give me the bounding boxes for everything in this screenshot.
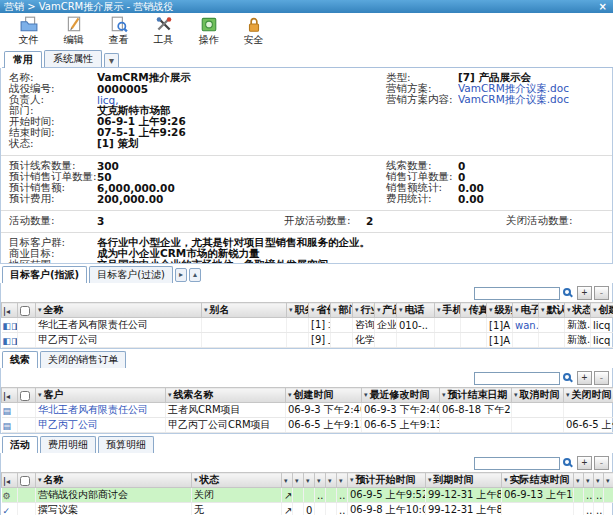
column-header-取消时间[interactable]: ▾取消时间 xyxy=(512,388,564,403)
column-header-线索名称[interactable]: ▾线索名称 xyxy=(166,388,286,403)
toolbar-item-label: 编辑 xyxy=(64,34,84,45)
column-header-创建[interactable]: ▾创建 xyxy=(591,303,613,318)
column-label: 职务 xyxy=(295,304,309,315)
search-input[interactable] xyxy=(474,372,560,385)
column-header-blank[interactable]: ▾ xyxy=(574,473,584,488)
column-header-名称[interactable]: ▾名称 xyxy=(36,473,192,488)
column-header-全称[interactable]: ▾全称 xyxy=(36,303,202,318)
toolbar-view-button[interactable]: 查看 xyxy=(96,16,141,47)
field-value-est-cost: 200,000.00 xyxy=(97,193,386,205)
column-header-blank[interactable]: ▾ xyxy=(337,473,348,488)
table-cell: [1] 北.. xyxy=(309,318,331,333)
remove-record-button[interactable]: - xyxy=(594,286,609,300)
column-header-blank[interactable]: ▾ xyxy=(315,473,326,488)
search-input[interactable] xyxy=(474,457,560,470)
cell-link[interactable]: wan.. xyxy=(515,320,539,331)
table-row[interactable]: ⚙营销战役内部商讨会关闭↗....06-9-5 上午9:5299-12-31 上… xyxy=(2,488,613,503)
column-header-预计结束日期[interactable]: ▾预计结束日期 xyxy=(440,388,512,403)
column-header-手机[interactable]: ▾手机 xyxy=(435,303,461,318)
column-header-blank[interactable]: ▾ xyxy=(293,473,304,488)
column-header-产品[interactable]: ▾产品 xyxy=(375,303,397,318)
plan-content-link[interactable]: VamCRM推介议案.doc xyxy=(458,93,569,105)
column-header-默认[interactable]: ▾默认 xyxy=(539,303,565,318)
toolbar-file-button[interactable]: 文件 xyxy=(6,16,51,47)
table-row[interactable]: ▤甲乙丙丁公司甲乙丙丁公司CRM项目06-6-5 上午9:1306-6-5 上午… xyxy=(2,418,613,433)
cell-link[interactable]: 甲乙丙丁公司 xyxy=(38,419,98,430)
account-detail-icon[interactable]: ◨ xyxy=(11,322,17,331)
add-record-button[interactable]: + xyxy=(577,286,592,300)
column-header-最近修改时间[interactable]: ▾最近修改时间 xyxy=(362,388,440,403)
tab-target-customers-filtered[interactable]: 目标客户(过滤) xyxy=(89,266,173,283)
toolbar-security-button[interactable]: 安全 xyxy=(231,16,276,47)
column-header-别名[interactable]: ▾别名 xyxy=(202,303,287,318)
tab-leads[interactable]: 线索 xyxy=(2,351,38,368)
select-all-records-icon[interactable]: |◂ xyxy=(2,303,18,318)
add-record-button[interactable]: + xyxy=(577,371,592,385)
account-record-icon[interactable]: ◧ xyxy=(3,322,12,331)
column-header-部门[interactable]: ▾部门 xyxy=(331,303,353,318)
add-record-button[interactable]: + xyxy=(577,456,592,470)
column-header-级别[interactable]: ▾级别 xyxy=(487,303,513,318)
collapse-section-button[interactable]: ▴ xyxy=(189,268,201,282)
tab-common[interactable]: 常用 xyxy=(4,51,42,68)
column-header-实际结束时间[interactable]: ▾实际结束时间 xyxy=(502,473,574,488)
column-header-预计开始时间[interactable]: ▾预计开始时间 xyxy=(348,473,426,488)
search-icon[interactable] xyxy=(563,458,571,466)
lead-record-icon[interactable]: ▤ xyxy=(3,422,12,431)
task-activity-icon[interactable]: ✓ xyxy=(3,507,11,515)
remove-record-button[interactable]: - xyxy=(594,371,609,385)
select-all-records-icon[interactable]: |◂ xyxy=(2,388,18,403)
toolbar-actions-button[interactable]: 操作 xyxy=(186,16,231,47)
tab-closed-sales-orders[interactable]: 关闭的销售订单 xyxy=(40,351,126,368)
divider xyxy=(1,210,612,211)
column-label: 别名 xyxy=(210,304,230,315)
column-header-传真[interactable]: ▾传真 xyxy=(461,303,487,318)
column-header-blank[interactable]: ▾ xyxy=(282,473,293,488)
column-header-电子[interactable]: ▾电子 xyxy=(513,303,539,318)
remove-record-button[interactable]: - xyxy=(594,456,609,470)
toolbar-tools-button[interactable]: 工具 xyxy=(141,16,186,47)
column-header-职务[interactable]: ▾职务 xyxy=(287,303,309,318)
table-row[interactable]: ▤华北王者风有限责任公司王者风CRM项目06-9-3 下午2:4006-9-3 … xyxy=(2,403,613,418)
meeting-activity-icon[interactable]: ⚙ xyxy=(3,492,11,501)
search-icon[interactable] xyxy=(563,288,571,296)
search-input[interactable] xyxy=(474,287,560,300)
select-all-checkbox[interactable] xyxy=(20,476,30,486)
column-header-到期时间[interactable]: ▾到期时间 xyxy=(426,473,502,488)
column-header-blank[interactable]: ▾ xyxy=(326,473,337,488)
column-header-电话[interactable]: ▾电话 xyxy=(397,303,435,318)
column-header-创建时间[interactable]: ▾创建时间 xyxy=(286,388,362,403)
column-header-状态[interactable]: ▾状态 xyxy=(192,473,282,488)
column-header-blank[interactable]: ▾ xyxy=(604,473,613,488)
select-all-records-icon[interactable]: |◂ xyxy=(2,473,18,488)
tab-system-properties[interactable]: 系统属性 xyxy=(44,50,102,67)
table-row[interactable]: ◧◨甲乙丙丁公司[9] 上..化学[1]A (..新激..licq xyxy=(2,333,613,348)
lead-record-icon[interactable]: ▤ xyxy=(3,407,12,416)
column-header-状态[interactable]: ▾状态 xyxy=(565,303,591,318)
sort-icon: ▾ xyxy=(586,477,590,485)
table-row[interactable]: ◧◨华北王者风有限责任公司[1] 北..咨询企业..010-..[1]A (..… xyxy=(2,318,613,333)
close-icon[interactable]: × xyxy=(597,0,609,13)
tab-budget-details[interactable]: 预算明细 xyxy=(98,436,154,453)
tab-expense-details[interactable]: 费用明细 xyxy=(40,436,96,453)
column-header-blank[interactable]: ▾ xyxy=(304,473,315,488)
column-header-行业[interactable]: ▾行业 xyxy=(353,303,375,318)
table-row[interactable]: ✓撰写议案无↗0..06-9-8 上午10:0399-12-31 上午8:00.… xyxy=(2,503,613,515)
select-all-checkbox[interactable] xyxy=(20,306,30,316)
column-header-blank[interactable]: ▾ xyxy=(594,473,604,488)
account-record-icon[interactable]: ◧ xyxy=(3,337,12,346)
tab-target-customers-assigned[interactable]: 目标客户(指派) xyxy=(2,266,87,283)
column-header-省份[interactable]: ▾省份 xyxy=(309,303,331,318)
more-tabs-button[interactable]: ▾ xyxy=(104,53,119,67)
column-header-客户[interactable]: ▾客户 xyxy=(36,388,166,403)
column-header-关闭时间[interactable]: ▾关闭时间 xyxy=(564,388,613,403)
column-header-blank[interactable]: ▾ xyxy=(584,473,594,488)
column-label: 部门 xyxy=(339,304,353,315)
toolbar-edit-button[interactable]: 编辑 xyxy=(51,16,96,47)
tab-activities[interactable]: 活动 xyxy=(2,436,38,453)
select-all-checkbox[interactable] xyxy=(20,391,30,401)
account-detail-icon[interactable]: ◨ xyxy=(11,337,17,346)
scroll-tabs-right-button[interactable]: ▸ xyxy=(175,268,187,282)
cell-link[interactable]: 华北王者风有限责任公司 xyxy=(38,404,148,415)
search-icon[interactable] xyxy=(563,373,571,381)
